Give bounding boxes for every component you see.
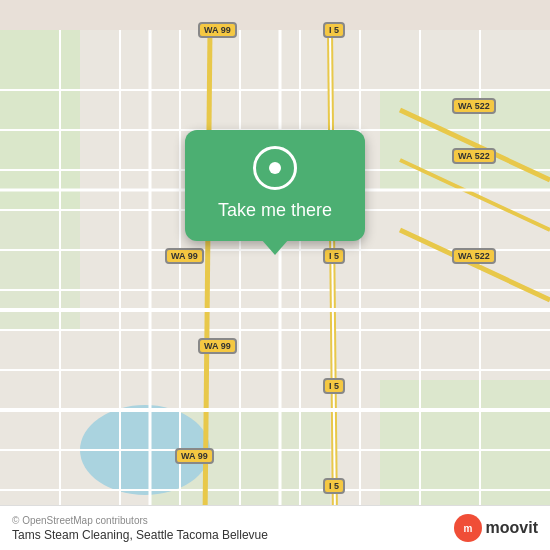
highway-i5-1: I 5 <box>323 22 345 38</box>
highway-wa99-4: WA 99 <box>175 448 214 464</box>
highway-wa99-3: WA 99 <box>198 338 237 354</box>
attribution: © OpenStreetMap contributors <box>12 515 268 526</box>
highway-i5-2: I 5 <box>323 248 345 264</box>
highway-wa522-3: WA 522 <box>452 248 496 264</box>
highway-i5-4: I 5 <box>323 478 345 494</box>
location-title: Tams Steam Cleaning, Seattle Tacoma Bell… <box>12 528 268 542</box>
highway-wa99-1: WA 99 <box>198 22 237 38</box>
highway-i5-3: I 5 <box>323 378 345 394</box>
map-container: WA 99 I 5 WA 522 WA 522 WA 99 I 5 WA 522… <box>0 0 550 550</box>
svg-rect-1 <box>0 30 80 210</box>
map-background <box>0 0 550 550</box>
highway-wa522-2: WA 522 <box>452 148 496 164</box>
popup-card[interactable]: Take me there <box>185 130 365 241</box>
moovit-logo: m moovit <box>454 514 538 542</box>
highway-wa99-2: WA 99 <box>165 248 204 264</box>
svg-text:m: m <box>463 523 472 534</box>
location-pin <box>253 146 297 190</box>
moovit-icon: m <box>454 514 482 542</box>
popup-label[interactable]: Take me there <box>209 200 341 221</box>
bottom-bar: © OpenStreetMap contributors Tams Steam … <box>0 505 550 550</box>
bottom-left: © OpenStreetMap contributors Tams Steam … <box>12 515 268 542</box>
bottom-right: m moovit <box>454 514 538 542</box>
highway-wa522-1: WA 522 <box>452 98 496 114</box>
moovit-text: moovit <box>486 519 538 537</box>
